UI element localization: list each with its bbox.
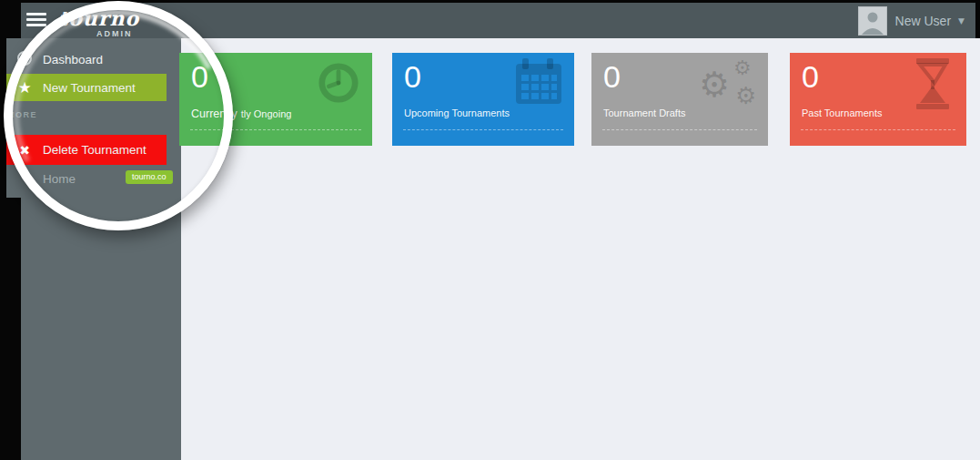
sidebar [21, 38, 181, 460]
sidebar-item-label: Home [43, 172, 76, 186]
avatar [858, 6, 887, 36]
hourglass-icon [914, 58, 952, 113]
stat-label: Tournament Drafts [603, 107, 685, 118]
brand-name: tourno [58, 6, 139, 30]
user-menu[interactable]: New User ▼ [858, 3, 965, 38]
brand-logo[interactable]: tourno ADMIN [58, 6, 139, 30]
home-badge[interactable]: tourno.co [126, 170, 173, 184]
sidebar-item-dashboard[interactable]: Dashboard [6, 46, 167, 74]
sidebar-item-label: Delete Tournament [43, 143, 146, 157]
x-icon: ✖ [6, 144, 43, 157]
star-icon: ★ [6, 80, 43, 96]
card-divider [801, 129, 955, 130]
chevron-down-icon: ▼ [958, 16, 965, 26]
card-divider [602, 129, 757, 130]
sidebar-item-label: New Tournament [43, 81, 136, 95]
menu-toggle-icon[interactable] [26, 13, 46, 27]
sidebar-item-label: Dashboard [43, 53, 103, 66]
sidebar-item-delete-tournament[interactable]: ✖ Delete Tournament [6, 135, 167, 165]
stat-value: 0 [802, 60, 819, 94]
calendar-icon [514, 56, 563, 111]
magnified-label-fragment: Currently [191, 107, 237, 120]
top-navbar: tourno ADMIN New User ▼ [21, 3, 975, 38]
stat-card-past-tournaments[interactable]: 0 Past Tournaments [790, 53, 966, 146]
label-fragment: tly Ongoing [241, 108, 292, 119]
clock-icon [318, 62, 359, 107]
brand-subtitle: ADMIN [96, 29, 133, 38]
stat-value: 0 [191, 60, 208, 94]
stat-label: Upcoming Tournaments [404, 107, 510, 118]
gauge-icon [6, 50, 43, 70]
card-divider [403, 129, 563, 130]
stat-label: Currentlytly Ongoing [191, 107, 291, 120]
stat-value: 0 [603, 60, 621, 94]
stat-card-upcoming-tournaments[interactable]: 0 Upcoming Tournaments [392, 53, 574, 146]
app-window: tourno ADMIN New User ▼ Dashboard [0, 0, 980, 460]
stat-value: 0 [404, 60, 421, 94]
sidebar-item-new-tournament[interactable]: ★ New Tournament [6, 74, 167, 101]
card-divider [190, 129, 361, 130]
stat-card-tournament-drafts[interactable]: 0 Tournament Drafts ⚙ ⚙ ⚙ [591, 53, 768, 146]
sidebar-item-home[interactable]: Home tourno.co [6, 165, 167, 192]
main-content: 0 Currentlytly Ongoing 0 Upcoming Tourna… [181, 38, 980, 460]
user-name: New User [895, 14, 951, 28]
stat-card-currently-ongoing[interactable]: 0 Currentlytly Ongoing [179, 53, 372, 146]
stat-label: Past Tournaments [802, 107, 882, 118]
gears-icon: ⚙ ⚙ ⚙ [699, 55, 761, 109]
sidebar-section-label: MORE [7, 110, 37, 119]
